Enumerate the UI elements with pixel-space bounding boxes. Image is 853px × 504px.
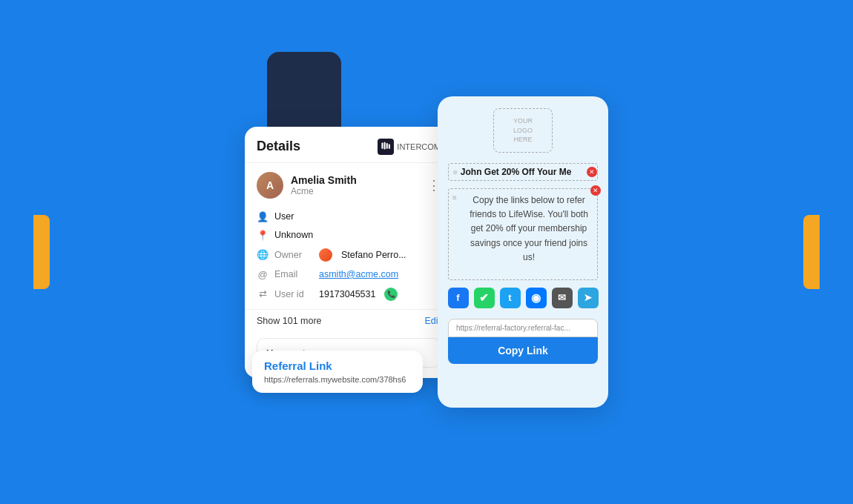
- details-fields: 👤 User 📍 Unknown 🌐 Owner Stefano Perro..…: [245, 203, 452, 309]
- user-name: Amelia Smith: [291, 174, 357, 186]
- details-footer: Show 101 more Edit: [245, 309, 452, 334]
- messenger-share-button[interactable]: ◉: [526, 288, 547, 308]
- logo-placeholder: YOUR LOGO HERE: [493, 108, 553, 153]
- owner-name: Stefano Perro...: [341, 250, 406, 260]
- field-email: @ Email asmith@acme.com: [257, 265, 441, 284]
- edit-lines-icon: ≡: [453, 168, 458, 176]
- field-location: 📍 Unknown: [257, 226, 441, 245]
- email-label: Email: [274, 269, 313, 279]
- promo-body-wrapper: ≡ Copy the links below to refer friends …: [448, 188, 598, 280]
- referral-url-box: https://referral-factory.referral-fac...: [448, 319, 598, 337]
- edit-lines-body-icon: ≡: [452, 193, 457, 202]
- owner-label: Owner: [274, 250, 313, 260]
- logo-text: YOUR LOGO HERE: [513, 116, 533, 145]
- details-header: Details INTERCOM: [245, 127, 452, 163]
- referral-factory-card: YOUR LOGO HERE ≡ John Get 20% Off Your M…: [438, 96, 608, 408]
- user-details: Amelia Smith Acme: [291, 174, 357, 196]
- avatar-image: A: [257, 172, 283, 199]
- userid-icon: ⇄: [257, 288, 269, 299]
- phone-icon: 📞: [387, 291, 395, 298]
- svg-rect-2: [386, 143, 388, 149]
- referral-tooltip: Referral Link https://referrals.mywebsit…: [252, 351, 423, 393]
- type-value: User: [274, 211, 294, 222]
- location-value: Unknown: [274, 230, 313, 240]
- twitter-share-button[interactable]: t: [500, 288, 521, 308]
- close-title-button[interactable]: ✕: [587, 167, 597, 177]
- svg-rect-0: [382, 142, 383, 148]
- promo-title-text: John Get 20% Off Your Me: [461, 167, 587, 177]
- userid-label: User id: [274, 289, 313, 299]
- whatsapp-share-button[interactable]: ✔: [474, 288, 495, 308]
- promo-body-text: Copy the links below to refer friends to…: [465, 193, 593, 265]
- promo-title-wrapper: ≡ John Get 20% Off Your Me ✕: [448, 163, 598, 181]
- show-more-button[interactable]: Show 101 more: [257, 316, 322, 326]
- userid-value: 19173045531: [319, 289, 375, 299]
- email-icon: @: [257, 269, 269, 280]
- owner-avatar: [319, 248, 332, 262]
- avatar: A: [257, 172, 283, 199]
- details-title: Details: [257, 139, 300, 154]
- referral-title: Referral Link: [264, 359, 411, 372]
- intercom-logo: INTERCOM: [378, 139, 441, 155]
- field-owner: 🌐 Owner Stefano Perro...: [257, 245, 441, 265]
- main-container: Details INTERCOM: [33, 37, 820, 467]
- intercom-icon: [378, 139, 394, 155]
- yellow-bar-left: [33, 215, 50, 289]
- user-info: A Amelia Smith Acme: [257, 172, 357, 199]
- details-card: Details INTERCOM: [245, 127, 452, 378]
- intercom-label: INTERCOM: [397, 142, 441, 151]
- svg-rect-1: [384, 142, 386, 149]
- user-icon: 👤: [257, 211, 269, 222]
- close-body-button[interactable]: ✕: [590, 185, 601, 196]
- user-row: A Amelia Smith Acme ⋮: [245, 163, 452, 203]
- intercom-svg-icon: [381, 142, 391, 152]
- svg-rect-3: [389, 144, 390, 148]
- facebook-share-button[interactable]: f: [448, 288, 469, 308]
- field-type: 👤 User: [257, 208, 441, 226]
- location-icon: 📍: [257, 230, 269, 241]
- phone-badge: 📞: [384, 288, 398, 301]
- user-company: Acme: [291, 186, 357, 196]
- referral-url: https://referrals.mywebsite.com/378hs6: [264, 375, 411, 384]
- telegram-share-button[interactable]: ➤: [578, 288, 599, 308]
- email-share-button[interactable]: ✉: [552, 288, 573, 308]
- social-icons-row: f ✔ t ◉ ✉ ➤: [448, 288, 599, 308]
- copy-link-button[interactable]: Copy Link: [448, 337, 598, 364]
- yellow-bar-right: [803, 215, 820, 289]
- field-userid: ⇄ User id 19173045531 📞: [257, 284, 441, 305]
- cards-wrapper: Details INTERCOM: [245, 96, 608, 408]
- email-value[interactable]: asmith@acme.com: [319, 269, 398, 279]
- owner-icon: 🌐: [257, 249, 269, 260]
